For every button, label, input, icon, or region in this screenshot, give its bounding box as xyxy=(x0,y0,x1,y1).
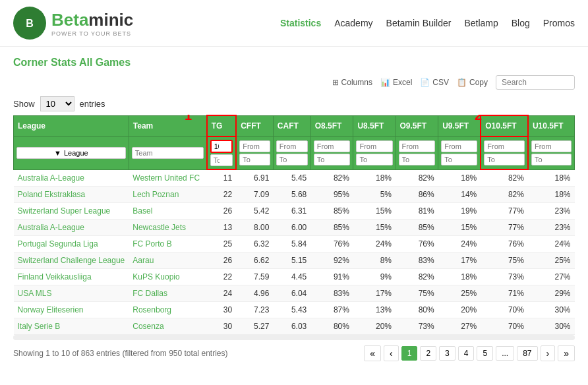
cell-tg: 26 xyxy=(207,252,236,269)
cell-o95ft: 73% xyxy=(396,318,438,335)
cell-u85ft: 13% xyxy=(353,302,396,318)
page-1[interactable]: 1 xyxy=(401,346,418,361)
o105ft-from[interactable] xyxy=(484,140,525,152)
copy-icon: 📋 xyxy=(457,78,467,87)
caft-from[interactable] xyxy=(276,140,308,152)
nav-statistics[interactable]: Statistics xyxy=(280,18,321,28)
team-filter-input[interactable] xyxy=(132,147,204,159)
pagination-info: Showing 1 to 10 of 863 entries (filtered… xyxy=(13,349,228,358)
pagination: « ‹ 1 2 3 4 5 ... 87 › » xyxy=(364,345,575,361)
horizontal-scrollbar[interactable] xyxy=(13,335,575,340)
logo-icon: B xyxy=(13,7,46,40)
pagination-bar: Showing 1 to 10 of 863 entries (filtered… xyxy=(0,340,588,367)
columns-button[interactable]: ⊞ Columns xyxy=(332,78,372,87)
cell-tg: 11 xyxy=(207,169,236,187)
cell-o85ft: 82% xyxy=(310,169,353,187)
u85ft-from[interactable] xyxy=(356,140,392,152)
nav-betamin-builder[interactable]: Betamin Builder xyxy=(386,18,452,28)
o95ft-from[interactable] xyxy=(399,140,436,152)
o105ft-to[interactable] xyxy=(484,154,525,165)
cell-team: Western United FC xyxy=(129,169,206,187)
page-3[interactable]: 3 xyxy=(439,346,456,361)
cell-u95ft: 17% xyxy=(438,252,481,269)
col-u105ft: U10.5FT xyxy=(528,115,575,136)
filter-team xyxy=(129,136,206,169)
league-filter-button[interactable]: ▼ League xyxy=(16,147,126,159)
o95ft-to[interactable] xyxy=(399,154,436,165)
nav-academy[interactable]: Academy xyxy=(334,18,372,28)
filter-tg xyxy=(207,136,236,169)
entries-select[interactable]: 10 25 50 100 xyxy=(40,96,74,111)
cell-o85ft: 80% xyxy=(310,318,353,335)
cell-o95ft: 76% xyxy=(396,236,438,252)
entries-label: entries xyxy=(80,99,105,109)
page-prev-prev[interactable]: « xyxy=(364,345,381,361)
filter-icon: ▼ xyxy=(54,149,61,157)
u85ft-to[interactable] xyxy=(356,154,392,165)
page-next-next[interactable]: » xyxy=(558,345,575,361)
tg-from-input[interactable] xyxy=(210,140,233,153)
page-next[interactable]: › xyxy=(541,345,556,361)
cell-u85ft: 24% xyxy=(353,236,396,252)
cell-o105ft: 70% xyxy=(481,302,528,318)
nav-blog[interactable]: Blog xyxy=(512,18,530,28)
cell-u85ft: 18% xyxy=(353,169,396,187)
page-2[interactable]: 2 xyxy=(420,346,436,361)
cell-o85ft: 85% xyxy=(310,203,353,220)
cell-caft: 6.03 xyxy=(273,318,310,335)
header: B Betaminic POWER TO YOUR BETS Statistic… xyxy=(0,0,588,47)
filter-row: ▼ League xyxy=(14,136,575,169)
cell-cfft: 7.23 xyxy=(236,302,273,318)
table-row: Switzerland Super League Basel 26 5.42 6… xyxy=(14,203,575,220)
cell-cfft: 6.62 xyxy=(236,252,273,269)
cell-u95ft: 19% xyxy=(438,203,481,220)
cell-tg: 24 xyxy=(207,285,236,302)
col-o95ft: O9.5FT xyxy=(396,115,438,136)
excel-button[interactable]: 📊 Excel xyxy=(380,78,412,87)
u95ft-from[interactable] xyxy=(441,140,477,152)
cfft-from[interactable] xyxy=(239,140,270,152)
page-5[interactable]: 5 xyxy=(477,346,493,361)
page-87[interactable]: 87 xyxy=(517,346,537,361)
cell-o105ft: 82% xyxy=(481,187,528,203)
col-cfft: CFFT xyxy=(236,115,273,136)
copy-button[interactable]: 📋 Copy xyxy=(457,78,488,87)
u105ft-from[interactable] xyxy=(531,140,572,152)
cell-u105ft: 25% xyxy=(528,252,575,269)
table-row: Portugal Segunda Liga FC Porto B 25 6.32… xyxy=(14,236,575,252)
cell-cfft: 7.09 xyxy=(236,187,273,203)
logo-name: Betaminic xyxy=(51,10,133,30)
cell-o95ft: 75% xyxy=(396,285,438,302)
u95ft-to[interactable] xyxy=(441,154,477,165)
nav-betlamp[interactable]: Betlamp xyxy=(464,18,498,28)
o85ft-to[interactable] xyxy=(314,154,351,165)
cell-o95ft: 85% xyxy=(396,220,438,236)
col-league: League xyxy=(14,115,129,136)
cell-caft: 6.04 xyxy=(273,285,310,302)
cell-u105ft: 27% xyxy=(528,269,575,285)
cell-u85ft: 15% xyxy=(353,203,396,220)
cell-league: Portugal Segunda Liga xyxy=(14,236,129,252)
cell-o105ft: 73% xyxy=(481,269,528,285)
u105ft-to[interactable] xyxy=(531,154,572,165)
cell-league: Italy Serie B xyxy=(14,318,129,335)
nav-promos[interactable]: Promos xyxy=(543,18,575,28)
caft-to[interactable] xyxy=(276,154,308,165)
col-o85ft: O8.5FT xyxy=(310,115,353,136)
cfft-to[interactable] xyxy=(239,154,270,165)
cell-u95ft: 24% xyxy=(438,236,481,252)
table-wrapper: 1 2 League Team TG CFFT CAFT O8.5FT U8.5… xyxy=(0,115,588,335)
o85ft-from[interactable] xyxy=(314,140,351,152)
tg-to-input[interactable] xyxy=(210,154,233,166)
cell-u105ft: 23% xyxy=(528,220,575,236)
page-title: Corner Stats All Games xyxy=(0,47,588,72)
search-input[interactable] xyxy=(496,75,575,90)
cell-league: Australia A-League xyxy=(14,169,129,187)
table-row: Norway Eliteserien Rosenborg 30 7.23 5.4… xyxy=(14,302,575,318)
cell-u85ft: 15% xyxy=(353,220,396,236)
columns-icon: ⊞ xyxy=(332,78,339,87)
page-4[interactable]: 4 xyxy=(458,346,475,361)
csv-button[interactable]: 📄 CSV xyxy=(420,78,449,87)
cell-u105ft: 24% xyxy=(528,236,575,252)
page-prev[interactable]: ‹ xyxy=(384,345,399,361)
